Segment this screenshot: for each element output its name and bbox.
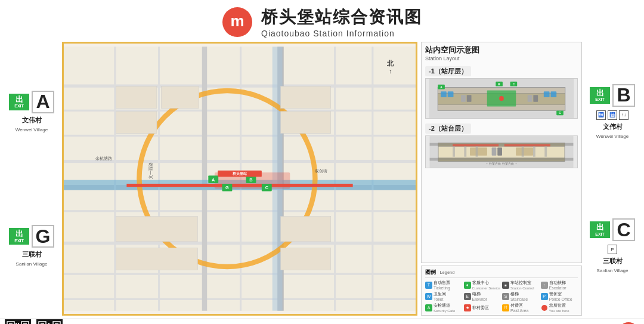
station-layout-box: 站内空间示意图 Station Layout -1（站厅层） [421,42,582,263]
bottom-bar: 官方微博 [0,318,644,324]
escalator-icon: ↑ [541,282,548,289]
svg-rect-86 [497,147,502,155]
legend-box: 图例 Legend T 自动售票Ticketing ♦ 客服中心Customer… [421,266,582,316]
legend-control: ■ 车站控制室Station Control [502,280,540,290]
floor-b1: -1（站厅层） [425,65,578,119]
legend-stair: S 楼梯Staircase [502,291,540,301]
svg-rect-55 [544,91,550,97]
svg-rect-85 [492,147,497,155]
exit-g-name-en: Sanlian Village [16,261,48,267]
svg-rect-40 [161,87,199,109]
svg-rect-13 [158,47,160,311]
control-icon: ■ [502,282,509,289]
exit-b-name-zh: 文伟村 [603,122,623,131]
map-area: A B C G 桥头堡站 北 ↑ 文一西路 双创街 余杭塘路 [62,42,417,316]
floor-b2-label: -2（站台层） [425,124,471,134]
exit-icon: 出 [16,95,23,104]
legend-ticketing: T 自动售票Ticketing [425,280,463,290]
svg-rect-47 [280,248,330,270]
floor-b1-diagram: A B C G [425,78,578,119]
legend-toilet: W 卫生间Toilet [425,291,463,301]
layout-title-zh: 站内空间示意图 [425,45,578,55]
exit-text: EXIT [14,239,24,243]
exit-g-name-zh: 三联村 [22,250,42,259]
svg-rect-74 [430,158,574,161]
svg-rect-67 [533,95,538,102]
ticketing-icon: T [425,282,432,289]
exit-a-name-en: Wenwei Village [16,127,48,132]
svg-text:m: m [230,12,244,30]
exit-text: EXIT [595,97,605,102]
svg-rect-14 [202,47,207,311]
page-header: m 桥头堡站综合资讯图 Qiaotoubao Station Informati… [0,0,644,42]
svg-rect-84 [544,146,547,156]
exit-b-badge: 出 EXIT [590,87,610,104]
exit-c-letter: C [612,218,635,241]
exit-g-letter: G [32,225,54,248]
facility-escalator: ↑↓ [619,110,628,120]
floor-b2: -2（站台层） [425,122,578,168]
legend-escalator: ↑ 自动扶梯Escalator [541,280,578,290]
svg-rect-39 [116,87,156,109]
map-svg: A B C G 桥头堡站 北 ↑ 文一西路 双创街 余杭塘路 [64,44,416,314]
elevator-icon: E [464,293,471,300]
facility-parking: P [608,245,617,254]
svg-rect-83 [533,146,535,156]
facility-elevator: 🛗 [608,110,617,120]
exit-b-row: 出 EXIT B [590,84,635,107]
station-title-en: Qiaotoubao Station Information [261,29,395,38]
youarehere-icon [541,304,548,311]
legend-police: P 警务室Police Office [541,291,578,301]
legend-nonvillage: ★ 非村委区 [464,303,501,313]
exit-icon: 出 [596,89,604,97]
svg-rect-42 [280,87,330,109]
qr-weibo: 官方微博 [5,319,31,325]
exit-a-row: 出 EXIT A [9,91,54,113]
exit-b-letter: B [612,84,635,107]
legend-security: A 安检通道Security Gate [425,303,463,313]
svg-rect-17 [334,47,336,311]
qr-weibo-box [5,319,31,325]
exit-icon: 出 [16,230,23,238]
legend-youarehere: 您所位置You are here [541,303,578,313]
svg-rect-54 [551,91,557,97]
svg-rect-78 [516,147,533,155]
exit-a-badge: 出 EXIT [9,94,29,110]
right-panel: 站内空间示意图 Station Layout -1（站厅层） [421,42,582,316]
svg-rect-64 [461,95,466,102]
metro-logo: m [222,7,253,38]
legend-title: 图例 Legend [425,269,578,278]
svg-rect-52 [441,91,447,97]
exit-c-badge: 出 EXIT [590,221,610,238]
station-title-zh: 桥头堡站综合资讯图 [261,6,422,29]
exit-a-letter: A [32,91,54,113]
legend-grid: T 自动售票Ticketing ♦ 客服中心Customer Service ■… [425,280,578,313]
svg-rect-76 [504,144,550,146]
svg-text:↑: ↑ [389,67,392,75]
paidarea-icon: 付 [502,304,509,311]
svg-rect-46 [116,248,197,270]
service-icon: ♦ [464,282,471,289]
svg-rect-65 [467,95,472,102]
svg-rect-81 [476,146,478,156]
hz-metro-logo-right: m 杭州地铁 [618,322,639,324]
exit-g-row: 出 EXIT G [9,225,54,248]
stair-icon: S [502,293,509,300]
exit-c-row: 出 EXIT C [590,218,635,241]
exit-c: 出 EXIT C P 三联村 Sanlian Village [587,218,638,273]
svg-rect-80 [464,146,466,156]
svg-rect-18 [371,47,373,311]
svg-rect-97 [18,323,19,324]
svg-rect-66 [528,95,532,102]
svg-rect-44 [280,217,330,242]
exit-a: 出 EXIT A 文伟村 Wenwei Village [6,91,57,132]
legend-service: ♦ 客服中心Customer Service [464,280,501,290]
exits-left-panel: 出 EXIT A 文伟村 Wenwei Village 出 EXIT G 三联村… [5,42,58,316]
svg-rect-79 [453,146,455,156]
svg-rect-12 [114,47,116,311]
svg-text:文一西路: 文一西路 [148,162,153,179]
qr-wechat-box [36,319,63,325]
floor-b2-diagram: ← 往某方向 往某方向 → [425,135,578,168]
svg-text:A: A [440,86,442,89]
nonvillage-icon: ★ [464,304,471,311]
